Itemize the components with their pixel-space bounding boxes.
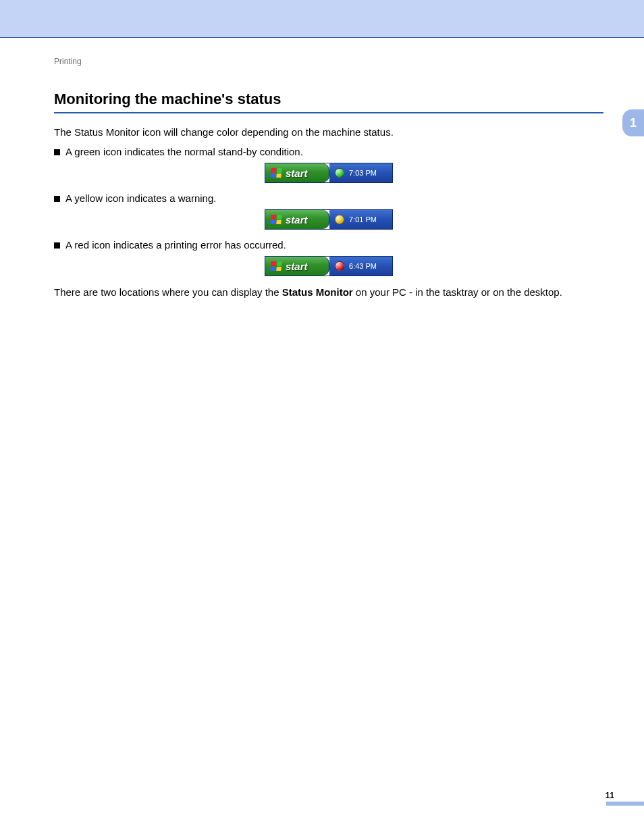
start-button[interactable]: start — [265, 257, 329, 276]
bullet-icon — [54, 149, 60, 155]
start-label: start — [286, 261, 308, 272]
windows-logo-icon — [270, 168, 281, 178]
bullet-text: A red icon indicates a printing error ha… — [65, 239, 286, 251]
start-label: start — [286, 167, 308, 179]
bullet-item: A red icon indicates a printing error ha… — [54, 239, 603, 251]
tray-clock: 7:01 PM — [349, 215, 377, 224]
title-rule — [54, 112, 603, 113]
closing-post: on your PC - in the tasktray or on the d… — [353, 286, 562, 298]
taskbar-figure: start 7:03 PM — [54, 163, 603, 183]
system-tray: 7:03 PM — [329, 163, 392, 182]
closing-paragraph: There are two locations where you can di… — [54, 286, 603, 299]
bullet-icon — [54, 196, 60, 202]
taskbar: start 7:03 PM — [265, 163, 393, 183]
start-button[interactable]: start — [265, 163, 329, 182]
taskbar: start 6:43 PM — [265, 256, 393, 276]
header-band — [0, 0, 644, 38]
tray-clock: 7:03 PM — [349, 169, 377, 177]
system-tray: 6:43 PM — [329, 257, 392, 276]
windows-logo-icon — [270, 215, 281, 224]
chapter-tab: 1 — [622, 109, 644, 136]
footer-accent — [606, 802, 644, 806]
tray-clock: 6:43 PM — [349, 262, 377, 270]
start-button[interactable]: start — [265, 210, 329, 229]
status-monitor-icon[interactable] — [335, 215, 344, 224]
taskbar-figure: start 6:43 PM — [54, 256, 603, 276]
status-monitor-icon[interactable] — [335, 168, 344, 178]
status-monitor-icon[interactable] — [335, 261, 344, 271]
page-content: Printing Monitoring the machine's status… — [0, 38, 644, 300]
windows-logo-icon — [270, 261, 281, 271]
bullet-text: A yellow icon indicates a warning. — [65, 192, 216, 204]
chapter-number: 1 — [630, 116, 637, 130]
bullet-icon — [54, 242, 60, 249]
bullet-item: A green icon indicates the normal stand-… — [54, 146, 603, 157]
bullet-text: A green icon indicates the normal stand-… — [65, 146, 303, 157]
section-title: Monitoring the machine's status — [54, 90, 603, 108]
bullet-item: A yellow icon indicates a warning. — [54, 192, 603, 204]
section-intro: The Status Monitor icon will change colo… — [54, 126, 603, 139]
closing-bold: Status Monitor — [282, 286, 353, 298]
breadcrumb: Printing — [54, 57, 603, 66]
taskbar: start 7:01 PM — [265, 209, 393, 230]
system-tray: 7:01 PM — [329, 210, 392, 229]
start-label: start — [286, 214, 308, 226]
page-number: 11 — [606, 791, 614, 800]
taskbar-figure: start 7:01 PM — [54, 209, 603, 230]
closing-pre: There are two locations where you can di… — [54, 286, 282, 298]
